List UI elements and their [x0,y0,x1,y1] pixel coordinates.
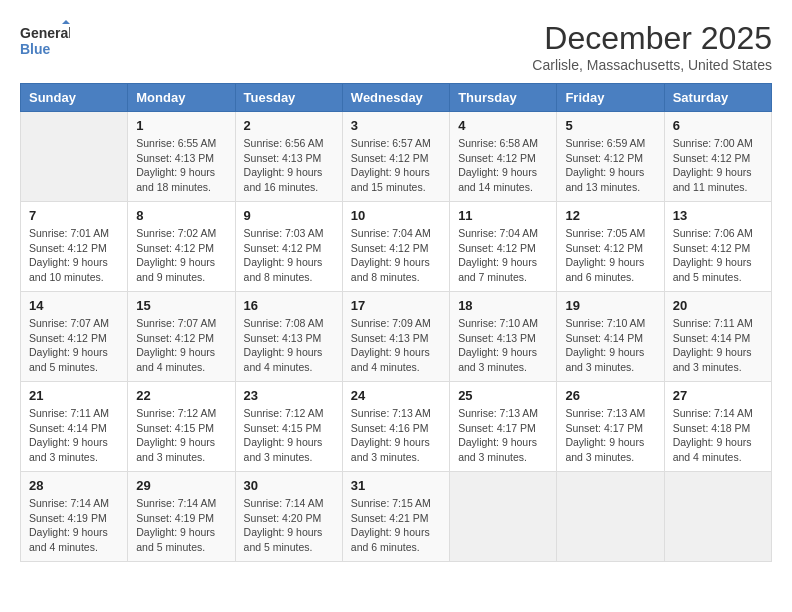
calendar-cell: 21Sunrise: 7:11 AMSunset: 4:14 PMDayligh… [21,382,128,472]
calendar-cell: 13Sunrise: 7:06 AMSunset: 4:12 PMDayligh… [664,202,771,292]
day-number: 1 [136,118,226,133]
calendar-cell: 6Sunrise: 7:00 AMSunset: 4:12 PMDaylight… [664,112,771,202]
calendar-cell: 11Sunrise: 7:04 AMSunset: 4:12 PMDayligh… [450,202,557,292]
calendar-header: SundayMondayTuesdayWednesdayThursdayFrid… [21,84,772,112]
calendar-cell: 7Sunrise: 7:01 AMSunset: 4:12 PMDaylight… [21,202,128,292]
calendar-cell [21,112,128,202]
day-info: Sunrise: 6:58 AMSunset: 4:12 PMDaylight:… [458,136,548,195]
day-info: Sunrise: 7:11 AMSunset: 4:14 PMDaylight:… [673,316,763,375]
logo: General Blue [20,20,70,65]
weekday-header: Thursday [450,84,557,112]
day-info: Sunrise: 7:11 AMSunset: 4:14 PMDaylight:… [29,406,119,465]
calendar-cell [664,472,771,562]
day-info: Sunrise: 7:07 AMSunset: 4:12 PMDaylight:… [136,316,226,375]
day-number: 10 [351,208,441,223]
weekday-header: Wednesday [342,84,449,112]
day-number: 6 [673,118,763,133]
calendar-cell: 30Sunrise: 7:14 AMSunset: 4:20 PMDayligh… [235,472,342,562]
day-number: 8 [136,208,226,223]
calendar-cell: 5Sunrise: 6:59 AMSunset: 4:12 PMDaylight… [557,112,664,202]
day-number: 11 [458,208,548,223]
month-title: December 2025 [532,20,772,57]
calendar-cell [557,472,664,562]
calendar-cell: 2Sunrise: 6:56 AMSunset: 4:13 PMDaylight… [235,112,342,202]
day-info: Sunrise: 7:00 AMSunset: 4:12 PMDaylight:… [673,136,763,195]
day-number: 24 [351,388,441,403]
calendar-table: SundayMondayTuesdayWednesdayThursdayFrid… [20,83,772,562]
day-number: 31 [351,478,441,493]
day-info: Sunrise: 7:01 AMSunset: 4:12 PMDaylight:… [29,226,119,285]
day-number: 20 [673,298,763,313]
calendar-cell: 4Sunrise: 6:58 AMSunset: 4:12 PMDaylight… [450,112,557,202]
day-number: 14 [29,298,119,313]
calendar-cell: 31Sunrise: 7:15 AMSunset: 4:21 PMDayligh… [342,472,449,562]
day-number: 7 [29,208,119,223]
svg-text:General: General [20,25,70,41]
calendar-week-row: 7Sunrise: 7:01 AMSunset: 4:12 PMDaylight… [21,202,772,292]
day-number: 21 [29,388,119,403]
calendar-cell: 17Sunrise: 7:09 AMSunset: 4:13 PMDayligh… [342,292,449,382]
calendar-cell: 15Sunrise: 7:07 AMSunset: 4:12 PMDayligh… [128,292,235,382]
calendar-cell: 20Sunrise: 7:11 AMSunset: 4:14 PMDayligh… [664,292,771,382]
day-number: 15 [136,298,226,313]
day-info: Sunrise: 7:04 AMSunset: 4:12 PMDaylight:… [351,226,441,285]
day-info: Sunrise: 7:14 AMSunset: 4:19 PMDaylight:… [136,496,226,555]
day-info: Sunrise: 7:03 AMSunset: 4:12 PMDaylight:… [244,226,334,285]
calendar-cell: 1Sunrise: 6:55 AMSunset: 4:13 PMDaylight… [128,112,235,202]
day-info: Sunrise: 6:56 AMSunset: 4:13 PMDaylight:… [244,136,334,195]
day-info: Sunrise: 6:55 AMSunset: 4:13 PMDaylight:… [136,136,226,195]
svg-marker-2 [62,20,70,24]
calendar-cell: 19Sunrise: 7:10 AMSunset: 4:14 PMDayligh… [557,292,664,382]
day-number: 5 [565,118,655,133]
day-number: 25 [458,388,548,403]
day-number: 27 [673,388,763,403]
day-info: Sunrise: 7:07 AMSunset: 4:12 PMDaylight:… [29,316,119,375]
day-number: 26 [565,388,655,403]
day-number: 17 [351,298,441,313]
day-number: 23 [244,388,334,403]
svg-text:Blue: Blue [20,41,51,57]
day-info: Sunrise: 7:02 AMSunset: 4:12 PMDaylight:… [136,226,226,285]
location: Carlisle, Massachusetts, United States [532,57,772,73]
day-number: 29 [136,478,226,493]
day-info: Sunrise: 7:06 AMSunset: 4:12 PMDaylight:… [673,226,763,285]
calendar-cell: 10Sunrise: 7:04 AMSunset: 4:12 PMDayligh… [342,202,449,292]
day-number: 30 [244,478,334,493]
day-number: 9 [244,208,334,223]
calendar-cell: 3Sunrise: 6:57 AMSunset: 4:12 PMDaylight… [342,112,449,202]
weekday-header: Monday [128,84,235,112]
calendar-cell: 28Sunrise: 7:14 AMSunset: 4:19 PMDayligh… [21,472,128,562]
calendar-cell: 14Sunrise: 7:07 AMSunset: 4:12 PMDayligh… [21,292,128,382]
calendar-cell: 24Sunrise: 7:13 AMSunset: 4:16 PMDayligh… [342,382,449,472]
day-info: Sunrise: 7:04 AMSunset: 4:12 PMDaylight:… [458,226,548,285]
day-info: Sunrise: 6:57 AMSunset: 4:12 PMDaylight:… [351,136,441,195]
day-info: Sunrise: 6:59 AMSunset: 4:12 PMDaylight:… [565,136,655,195]
day-info: Sunrise: 7:13 AMSunset: 4:17 PMDaylight:… [458,406,548,465]
calendar-week-row: 14Sunrise: 7:07 AMSunset: 4:12 PMDayligh… [21,292,772,382]
calendar-cell: 8Sunrise: 7:02 AMSunset: 4:12 PMDaylight… [128,202,235,292]
logo-svg: General Blue [20,20,70,65]
calendar-cell: 18Sunrise: 7:10 AMSunset: 4:13 PMDayligh… [450,292,557,382]
calendar-cell: 12Sunrise: 7:05 AMSunset: 4:12 PMDayligh… [557,202,664,292]
day-info: Sunrise: 7:12 AMSunset: 4:15 PMDaylight:… [136,406,226,465]
day-info: Sunrise: 7:10 AMSunset: 4:14 PMDaylight:… [565,316,655,375]
day-number: 2 [244,118,334,133]
day-number: 13 [673,208,763,223]
day-info: Sunrise: 7:09 AMSunset: 4:13 PMDaylight:… [351,316,441,375]
calendar-cell: 22Sunrise: 7:12 AMSunset: 4:15 PMDayligh… [128,382,235,472]
day-info: Sunrise: 7:08 AMSunset: 4:13 PMDaylight:… [244,316,334,375]
day-number: 4 [458,118,548,133]
calendar-cell: 23Sunrise: 7:12 AMSunset: 4:15 PMDayligh… [235,382,342,472]
day-info: Sunrise: 7:13 AMSunset: 4:17 PMDaylight:… [565,406,655,465]
day-info: Sunrise: 7:13 AMSunset: 4:16 PMDaylight:… [351,406,441,465]
day-info: Sunrise: 7:14 AMSunset: 4:19 PMDaylight:… [29,496,119,555]
weekday-header: Tuesday [235,84,342,112]
day-number: 18 [458,298,548,313]
day-info: Sunrise: 7:15 AMSunset: 4:21 PMDaylight:… [351,496,441,555]
calendar-cell: 26Sunrise: 7:13 AMSunset: 4:17 PMDayligh… [557,382,664,472]
day-number: 16 [244,298,334,313]
day-number: 22 [136,388,226,403]
calendar-cell: 27Sunrise: 7:14 AMSunset: 4:18 PMDayligh… [664,382,771,472]
day-info: Sunrise: 7:14 AMSunset: 4:20 PMDaylight:… [244,496,334,555]
calendar-week-row: 28Sunrise: 7:14 AMSunset: 4:19 PMDayligh… [21,472,772,562]
